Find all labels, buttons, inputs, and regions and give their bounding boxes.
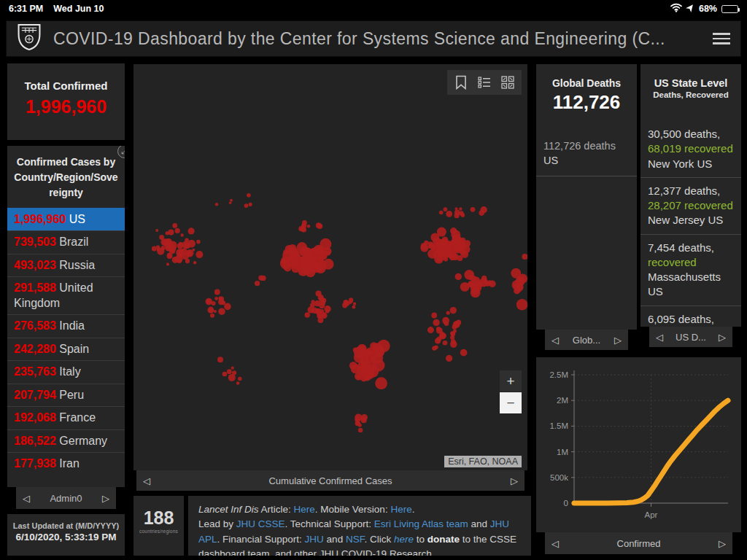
- case-dot[interactable]: [481, 276, 487, 281]
- case-dot[interactable]: [471, 288, 481, 298]
- case-dot[interactable]: [209, 308, 213, 313]
- case-dot[interactable]: [218, 308, 225, 315]
- country-row[interactable]: 186,522 Germany: [7, 429, 125, 452]
- case-dot[interactable]: [481, 206, 487, 213]
- legend-icon[interactable]: [475, 73, 494, 92]
- case-dot[interactable]: [307, 225, 311, 228]
- case-dot[interactable]: [352, 306, 356, 309]
- case-dot[interactable]: [516, 299, 527, 311]
- world-map[interactable]: + − Esri, FAO, NOAA: [133, 64, 527, 470]
- case-dot[interactable]: [214, 297, 218, 300]
- case-dot[interactable]: [468, 275, 473, 280]
- country-row[interactable]: 739,503 Brazil: [7, 230, 125, 253]
- case-dot[interactable]: [433, 319, 439, 326]
- case-dot[interactable]: [477, 281, 483, 287]
- us-state-item[interactable]: 30,500 deaths, 68,019 recoveredNew York …: [640, 121, 741, 177]
- case-dot[interactable]: [448, 252, 454, 258]
- country-row[interactable]: 207,794 Peru: [7, 384, 125, 406]
- case-dot[interactable]: [247, 193, 251, 198]
- country-row[interactable]: 493,023 Russia: [7, 254, 125, 276]
- info-link[interactable]: Here: [390, 504, 411, 515]
- case-dot[interactable]: [454, 238, 462, 246]
- case-dot[interactable]: [444, 322, 449, 326]
- bookmark-icon[interactable]: [452, 73, 471, 92]
- page-left-icon[interactable]: ◁: [551, 335, 559, 345]
- case-dot[interactable]: [227, 369, 232, 374]
- page-left-icon[interactable]: ◁: [23, 494, 30, 503]
- country-row[interactable]: 291,588 United Kingdom: [7, 276, 125, 314]
- case-dot[interactable]: [450, 331, 454, 335]
- case-dot[interactable]: [181, 233, 184, 236]
- case-dot[interactable]: [185, 238, 189, 243]
- case-dot[interactable]: [168, 230, 174, 236]
- case-dot[interactable]: [420, 244, 428, 252]
- case-dot[interactable]: [432, 346, 436, 350]
- case-dot[interactable]: [356, 374, 360, 378]
- case-dot[interactable]: [152, 246, 157, 251]
- case-dot[interactable]: [319, 314, 324, 319]
- info-link[interactable]: JHU CSSE: [236, 518, 285, 529]
- page-right-icon[interactable]: ▷: [719, 332, 726, 342]
- case-dot[interactable]: [214, 310, 217, 313]
- case-dot[interactable]: [439, 332, 446, 340]
- page-right-icon[interactable]: ▷: [102, 494, 109, 503]
- case-dot[interactable]: [358, 428, 363, 432]
- case-dot[interactable]: [354, 346, 366, 359]
- case-dot[interactable]: [177, 243, 183, 249]
- case-dot[interactable]: [231, 367, 234, 370]
- case-dot[interactable]: [455, 273, 462, 280]
- case-dot[interactable]: [238, 377, 241, 381]
- case-dot[interactable]: [255, 281, 260, 286]
- case-dot[interactable]: [365, 348, 374, 356]
- case-dot[interactable]: [301, 227, 306, 232]
- case-dot[interactable]: [210, 314, 214, 318]
- case-dot[interactable]: [323, 259, 334, 270]
- case-dot[interactable]: [349, 362, 357, 370]
- info-link[interactable]: JHU: [305, 534, 324, 545]
- case-dot[interactable]: [166, 231, 169, 235]
- us-state-item[interactable]: 6,095 deaths, recoveredIllinois US: [640, 306, 741, 327]
- case-dot[interactable]: [446, 355, 452, 362]
- case-dot[interactable]: [230, 199, 233, 202]
- case-dot[interactable]: [305, 312, 310, 317]
- case-dot[interactable]: [314, 262, 324, 272]
- case-dot[interactable]: [360, 375, 367, 381]
- case-dot[interactable]: [166, 238, 171, 244]
- case-dot[interactable]: [206, 300, 211, 304]
- case-dot[interactable]: [186, 250, 192, 256]
- case-dot[interactable]: [228, 374, 236, 381]
- case-dot[interactable]: [457, 255, 463, 261]
- case-dot[interactable]: [450, 307, 457, 314]
- case-dot[interactable]: [454, 213, 460, 218]
- case-dot[interactable]: [325, 309, 329, 313]
- case-dot[interactable]: [236, 381, 240, 385]
- us-state-item[interactable]: 7,454 deaths, recoveredMassachusetts US: [640, 234, 741, 306]
- country-row[interactable]: 235,763 Italy: [7, 360, 125, 383]
- case-dot[interactable]: [218, 297, 222, 300]
- case-dot[interactable]: [360, 370, 366, 376]
- page-left-icon[interactable]: ◁: [551, 539, 559, 548]
- page-right-icon[interactable]: ▷: [614, 335, 622, 345]
- case-dot[interactable]: [172, 223, 177, 228]
- case-dot[interactable]: [514, 282, 524, 292]
- case-dot[interactable]: [487, 280, 492, 284]
- case-dot[interactable]: [444, 207, 448, 211]
- page-right-icon[interactable]: ▷: [719, 539, 726, 548]
- case-dot[interactable]: [249, 203, 252, 206]
- case-dot[interactable]: [167, 253, 171, 257]
- case-dot[interactable]: [438, 239, 448, 249]
- case-dot[interactable]: [288, 246, 296, 254]
- case-dot[interactable]: [431, 313, 437, 319]
- case-dot[interactable]: [229, 201, 232, 204]
- case-dot[interactable]: [450, 228, 457, 234]
- case-dot[interactable]: [356, 421, 360, 425]
- confirmed-trend-chart[interactable]: 0500k1M1.5M2M2.5MApr: [536, 357, 741, 532]
- case-dot[interactable]: [215, 203, 218, 206]
- case-dot[interactable]: [318, 295, 324, 300]
- case-dot[interactable]: [176, 249, 184, 257]
- global-deaths-item[interactable]: 112,726 deathsUS: [536, 136, 637, 176]
- case-dot[interactable]: [437, 228, 446, 237]
- case-dot[interactable]: [446, 311, 450, 314]
- case-dot[interactable]: [439, 211, 444, 215]
- case-dot[interactable]: [196, 251, 203, 258]
